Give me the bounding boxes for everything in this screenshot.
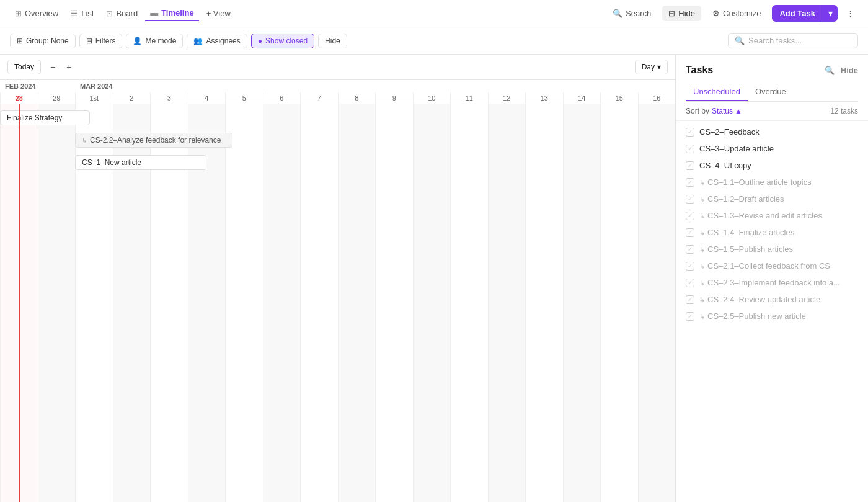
grid-col-2	[75, 104, 113, 502]
nav-board[interactable]: ⊡ Board	[101, 6, 143, 20]
task-checkbox[interactable]: ✓	[686, 145, 694, 153]
subtask-icon: ↳	[699, 296, 705, 303]
task-item[interactable]: ✓↳CS–1.2–Draft articles	[676, 190, 868, 207]
show-closed-icon: ●	[258, 37, 262, 45]
panel-title-actions: 🔍 Hide	[825, 66, 858, 75]
panel-header: Tasks 🔍 Hide Unscheduled Overdue	[676, 55, 868, 102]
date-col-15: 15	[600, 92, 638, 104]
panel-tabs: Unscheduled Overdue	[686, 83, 858, 102]
me-mode-label: Me mode	[145, 37, 176, 45]
nav-add-view-label: + View	[206, 9, 231, 18]
more-button[interactable]: ⋮	[843, 6, 858, 21]
task-item[interactable]: ✓CS–2–Feedback	[676, 123, 868, 140]
hide-button[interactable]: ⊟ Hide	[662, 6, 701, 21]
sort-field[interactable]: Status ▲	[712, 107, 742, 115]
task-item[interactable]: ✓CS–3–Update article	[676, 140, 868, 157]
panel-title: Tasks 🔍 Hide	[686, 65, 858, 76]
task-list: ✓CS–2–Feedback✓CS–3–Update article✓CS–4–…	[676, 121, 868, 502]
filters-label: Filters	[95, 37, 116, 45]
task-item[interactable]: ✓↳CS–1.3–Revise and edit articles	[676, 207, 868, 224]
task-checkbox[interactable]: ✓	[686, 262, 694, 271]
list-icon: ☰	[71, 9, 78, 18]
grid-col-4	[150, 104, 188, 502]
nav-timeline-label: Timeline	[161, 8, 194, 17]
group-filter[interactable]: ⊞ Group: None	[10, 34, 76, 48]
subtask-icon: ↳	[699, 262, 705, 270]
me-mode-button[interactable]: 👤 Me mode	[126, 34, 183, 48]
next-arrow[interactable]: +	[62, 60, 76, 74]
task-checkbox[interactable]: ✓	[686, 161, 694, 170]
task-item[interactable]: ✓↳CS–1.1–Outline article topics	[676, 174, 868, 190]
show-closed-label: Show closed	[265, 37, 308, 45]
task-checkbox[interactable]: ✓	[686, 312, 694, 321]
tab-overdue-label: Overdue	[755, 87, 786, 96]
tab-unscheduled[interactable]: Unscheduled	[686, 83, 748, 101]
date-col-6: 6	[263, 92, 301, 104]
task-item[interactable]: ✓CS–4–UI copy	[676, 157, 868, 174]
calendar-wrapper: FEB 2024 MAR 2024 28291st234567891011121…	[0, 80, 675, 502]
grid-col-9	[338, 104, 376, 502]
nav-overview[interactable]: ⊞ Overview	[10, 6, 63, 20]
tab-overdue[interactable]: Overdue	[748, 83, 794, 101]
timeline-icon: ▬	[150, 8, 158, 17]
customize-button[interactable]: ⚙ Customize	[706, 6, 767, 21]
timeline-toolbar: Today − + Day ▾	[0, 55, 675, 80]
task-label: CS–3–Update article	[699, 144, 774, 153]
today-button[interactable]: Today	[7, 60, 41, 74]
task-checkbox[interactable]: ✓	[686, 212, 694, 220]
customize-label: Customize	[723, 9, 761, 18]
subtask-icon: ↳	[699, 212, 705, 220]
grid-col-15	[563, 104, 601, 502]
date-col-13: 13	[525, 92, 563, 104]
month-mar: MAR 2024	[75, 83, 675, 90]
nav-timeline[interactable]: ▬ Timeline	[145, 6, 199, 21]
nav-board-label: Board	[116, 9, 138, 18]
date-col-5: 5	[225, 92, 263, 104]
filters-button[interactable]: ⊟ Filters	[79, 34, 123, 48]
task-item[interactable]: ✓↳CS–2.5–Publish new article	[676, 308, 868, 325]
search-panel-icon[interactable]: 🔍	[825, 66, 835, 75]
task-item[interactable]: ✓↳CS–1.4–Finalize articles	[676, 224, 868, 241]
task-checkbox[interactable]: ✓	[686, 128, 694, 137]
task-checkbox[interactable]: ✓	[686, 295, 694, 304]
task-label: ↳CS–1.4–Finalize articles	[699, 228, 794, 237]
date-col-7: 7	[300, 92, 338, 104]
date-col-28: 28	[0, 92, 38, 104]
search-tasks-icon: 🔍	[735, 36, 745, 45]
date-col-29: 29	[38, 92, 76, 104]
group-icon: ⊞	[17, 37, 23, 45]
settings-icon: ⚙	[712, 9, 720, 18]
hide-filter-button[interactable]: Hide	[318, 34, 347, 48]
task-item[interactable]: ✓↳CS–2.1–Collect feedback from CS	[676, 258, 868, 274]
search-button[interactable]: 🔍 Search	[606, 6, 657, 21]
prev-arrow[interactable]: −	[46, 60, 60, 74]
task-checkbox[interactable]: ✓	[686, 228, 694, 237]
task-item[interactable]: ✓↳CS–1.5–Publish articles	[676, 241, 868, 258]
day-selector[interactable]: Day ▾	[635, 60, 668, 74]
nav-list[interactable]: ☰ List	[66, 6, 99, 20]
assignees-button[interactable]: 👥 Assignees	[187, 34, 247, 48]
task-checkbox[interactable]: ✓	[686, 195, 694, 204]
task-item[interactable]: ✓↳CS–2.3–Implement feedback into a...	[676, 274, 868, 291]
date-header: 28291st2345678910111213141516	[0, 92, 675, 104]
task-checkbox[interactable]: ✓	[686, 178, 694, 187]
nav-arrows: − +	[46, 60, 76, 74]
add-task-button[interactable]: Add Task ▾	[772, 5, 838, 22]
date-col-3: 3	[150, 92, 188, 104]
grid-col-3	[113, 104, 151, 502]
add-task-label[interactable]: Add Task	[772, 5, 823, 22]
timeline-container: Today − + Day ▾ FEB 2024 MAR	[0, 55, 868, 502]
grid-col-10	[375, 104, 413, 502]
date-col-2: 2	[113, 92, 151, 104]
task-checkbox[interactable]: ✓	[686, 245, 694, 254]
filter-bar: ⊞ Group: None ⊟ Filters 👤 Me mode 👥 Assi…	[0, 27, 868, 55]
task-item[interactable]: ✓↳CS–2.4–Review updated article	[676, 291, 868, 308]
task-label: ↳CS–1.5–Publish articles	[699, 244, 793, 254]
task-checkbox[interactable]: ✓	[686, 279, 694, 287]
add-task-chevron-icon[interactable]: ▾	[823, 5, 838, 22]
date-col-4: 4	[188, 92, 226, 104]
show-closed-button[interactable]: ● Show closed	[251, 34, 314, 48]
search-tasks-input[interactable]: 🔍 Search tasks...	[728, 33, 858, 48]
hide-panel-label[interactable]: Hide	[841, 66, 858, 75]
nav-add-view[interactable]: + View	[202, 6, 236, 20]
